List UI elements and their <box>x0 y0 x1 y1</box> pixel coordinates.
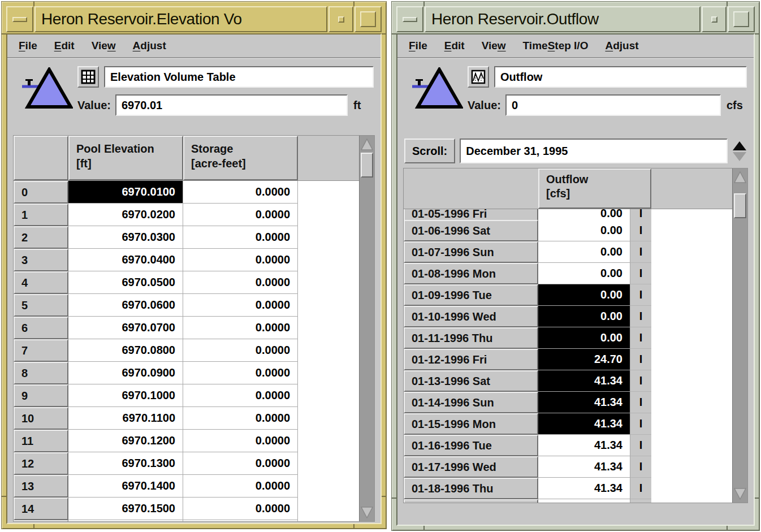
row-index-cell[interactable]: 9 <box>14 384 68 407</box>
flag-cell[interactable]: I <box>630 241 651 263</box>
pool-elevation-cell[interactable]: 6970.0700 <box>68 317 183 339</box>
flag-cell[interactable]: I <box>630 284 651 306</box>
slot-name-field[interactable]: Outflow <box>494 66 747 88</box>
resize-notch[interactable] <box>353 524 354 529</box>
outflow-value-cell[interactable] <box>538 499 630 503</box>
storage-cell[interactable]: 0.0000 <box>183 498 298 520</box>
column-header-pool-elevation[interactable]: Pool Elevation [ft] <box>68 136 183 180</box>
row-index-cell[interactable]: 4 <box>14 271 68 294</box>
row-index-cell[interactable]: 11 <box>14 430 68 452</box>
flag-cell[interactable]: I <box>630 263 651 284</box>
flag-cell[interactable]: I <box>630 413 651 435</box>
resize-notch[interactable] <box>727 2 728 6</box>
pool-elevation-cell[interactable]: 6970.1500 <box>68 498 183 520</box>
date-cell[interactable]: 01-12-1996 Fri <box>404 349 538 370</box>
date-cell[interactable]: 01-09-1996 Tue <box>404 284 538 306</box>
storage-cell[interactable]: 0.0000 <box>183 204 298 226</box>
titlebar[interactable]: Heron Reservoir.Outflow <box>396 6 755 32</box>
scrollbar-trough[interactable] <box>733 218 747 486</box>
minimize-button[interactable] <box>328 6 353 32</box>
date-cell[interactable]: 01-16-1996 Tue <box>404 435 538 456</box>
menu-adjust[interactable]: Adjust <box>133 40 166 52</box>
window-menu-button[interactable] <box>396 6 423 32</box>
pool-elevation-cell[interactable]: 6970.0800 <box>68 339 183 362</box>
scrollbar-thumb[interactable] <box>734 193 746 218</box>
spinner-up-arrow[interactable] <box>733 141 746 150</box>
slot-type-button[interactable] <box>468 66 489 88</box>
date-cell[interactable]: 01-10-1996 Wed <box>404 306 538 327</box>
pool-elevation-cell[interactable]: 6970.0200 <box>68 204 183 226</box>
pool-elevation-cell[interactable]: 6970.0400 <box>68 249 183 271</box>
row-index-cell[interactable]: 5 <box>14 294 68 317</box>
outflow-value-cell[interactable]: 24.70 <box>538 349 630 370</box>
date-cell[interactable]: 01-11-1996 Thu <box>404 327 538 349</box>
outflow-value-cell[interactable]: 0.00 <box>538 263 630 284</box>
resize-notch[interactable] <box>382 33 386 34</box>
resize-notch[interactable] <box>33 524 34 529</box>
storage-cell[interactable]: 0.0000 <box>183 384 298 407</box>
pool-elevation-cell[interactable]: 6970.1200 <box>68 430 183 452</box>
scroll-date-field[interactable]: December 31, 1995 <box>460 139 728 163</box>
row-index-cell[interactable]: 14 <box>14 498 68 520</box>
outflow-value-cell[interactable]: 41.34 <box>538 435 630 456</box>
pool-elevation-cell[interactable]: 6970.1100 <box>68 407 183 430</box>
storage-cell[interactable]: 0.0000 <box>183 249 298 271</box>
menu-file[interactable]: File <box>409 40 427 52</box>
menu-view[interactable]: View <box>482 40 506 52</box>
storage-cell[interactable]: 0.0000 <box>183 339 298 362</box>
scroll-up-arrow[interactable] <box>733 168 747 185</box>
pool-elevation-cell[interactable]: 6970.0900 <box>68 362 183 384</box>
outflow-value-cell[interactable]: 41.34 <box>538 413 630 435</box>
row-index-cell[interactable]: 7 <box>14 339 68 362</box>
vertical-scrollbar[interactable] <box>732 168 747 503</box>
flag-cell[interactable]: I <box>630 435 651 456</box>
pool-elevation-cell[interactable]: 6970.1300 <box>68 452 183 475</box>
outflow-value-cell[interactable]: 0.00 <box>538 209 630 220</box>
flag-cell[interactable]: I <box>630 220 651 241</box>
outflow-value-cell[interactable]: 41.34 <box>538 392 630 413</box>
menu-adjust[interactable]: Adjust <box>605 40 638 52</box>
date-cell[interactable]: 01-15-1996 Mon <box>404 413 538 435</box>
scrollbar-thumb[interactable] <box>361 153 373 178</box>
vertical-scrollbar[interactable] <box>359 136 374 521</box>
scroll-down-arrow[interactable] <box>733 486 747 503</box>
resize-notch[interactable] <box>392 33 396 34</box>
pool-elevation-cell[interactable] <box>68 520 183 521</box>
flag-cell[interactable]: I <box>630 392 651 413</box>
resize-notch[interactable] <box>33 2 34 6</box>
row-index-cell[interactable]: 13 <box>14 475 68 498</box>
maximize-button[interactable] <box>728 6 755 32</box>
storage-cell[interactable]: 0.0000 <box>183 317 298 339</box>
resize-notch[interactable] <box>392 498 396 499</box>
pool-elevation-cell[interactable]: 6970.1400 <box>68 475 183 498</box>
flag-cell[interactable]: I <box>630 456 651 478</box>
row-index-cell[interactable]: 10 <box>14 407 68 430</box>
window-menu-button[interactable] <box>6 6 33 32</box>
pool-elevation-cell[interactable]: 6970.0100 <box>68 181 183 204</box>
titlebar[interactable]: Heron Reservoir.Elevation Vo <box>6 6 382 32</box>
row-index-cell[interactable]: 12 <box>14 452 68 475</box>
resize-notch[interactable] <box>382 496 386 497</box>
row-index-cell[interactable]: 8 <box>14 362 68 384</box>
outflow-value-cell[interactable]: 0.00 <box>538 220 630 241</box>
menu-edit[interactable]: Edit <box>444 40 465 52</box>
storage-cell[interactable]: 0.0000 <box>183 407 298 430</box>
menu-edit[interactable]: Edit <box>54 40 75 52</box>
pool-elevation-cell[interactable]: 6970.0600 <box>68 294 183 317</box>
slot-type-button[interactable] <box>77 66 99 88</box>
value-field[interactable]: 0 <box>505 94 721 116</box>
resize-notch[interactable] <box>2 33 6 34</box>
spinner-down-arrow[interactable] <box>733 152 746 161</box>
storage-cell[interactable]: 0.0000 <box>183 475 298 498</box>
scroll-up-arrow[interactable] <box>360 136 374 153</box>
date-cell[interactable]: 01-07-1996 Sun <box>404 241 538 263</box>
date-cell[interactable]: 01-13-1996 Sat <box>404 370 538 392</box>
flag-cell[interactable]: I <box>630 306 651 327</box>
flag-cell[interactable]: I <box>630 478 651 499</box>
flag-cell[interactable]: I <box>630 209 651 220</box>
pool-elevation-cell[interactable]: 6970.1000 <box>68 384 183 407</box>
storage-cell[interactable]: 0.0000 <box>183 226 298 249</box>
menu-view[interactable]: View <box>92 40 116 52</box>
date-cell[interactable]: 01-17-1996 Wed <box>404 456 538 478</box>
outflow-value-cell[interactable]: 0.00 <box>538 241 630 263</box>
